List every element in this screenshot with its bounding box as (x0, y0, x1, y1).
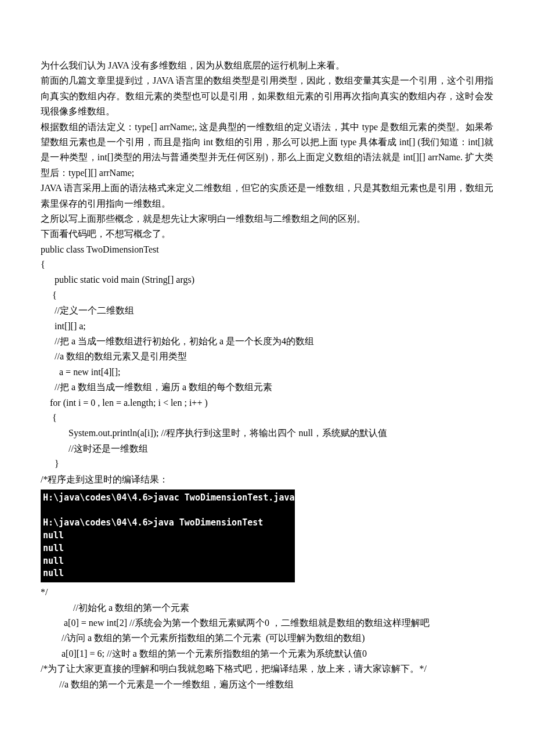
paragraph: 之所以写上面那些概念，就是想先让大家明白一维数组与二维数组之间的区别。 (41, 211, 493, 226)
code-line: System.out.println(a[i]); //程序执行到这里时，将输出… (41, 426, 493, 441)
code-line: public class TwoDimensionTest (41, 242, 493, 257)
code-line: //定义一个二维数组 (41, 303, 493, 318)
code-line: //初始化 a 数组的第一个元素 (41, 600, 493, 615)
paragraph: JAVA 语言采用上面的语法格式来定义二维数组，但它的实质还是一维数组，只是其数… (41, 181, 493, 211)
code-line: } (41, 456, 493, 471)
code-line: a[0][1] = 6; //这时 a 数组的第一个元素所指数组的第一个元素为系… (41, 646, 493, 661)
code-line: */ (41, 585, 493, 600)
code-line: { (41, 288, 493, 303)
code-line: /*程序走到这里时的编译结果： (41, 472, 493, 487)
code-line: /*为了让大家更直接的理解和明白我就忽略下格式吧，把编译结果，放上来，请大家谅解… (41, 661, 493, 676)
code-line: { (41, 411, 493, 426)
paragraph: 根据数组的语法定义：type[] arrName;, 这是典型的一维数组的定义语… (41, 120, 493, 181)
code-line: public static void main (String[] args) (41, 272, 493, 287)
code-line: //a 数组的数组元素又是引用类型 (41, 349, 493, 364)
paragraph: 为什么我们认为 JAVA 没有多维数组，因为从数组底层的运行机制上来看。 (41, 58, 493, 73)
code-line: int[][] a; (41, 319, 493, 334)
paragraph: 下面看代码吧，不想写概念了。 (41, 226, 493, 242)
terminal-output: H:\java\codes\04\4.6>javac TwoDimensionT… (41, 489, 295, 582)
code-line: for (int i = 0 , len = a.length; i < len… (41, 395, 493, 411)
code-line: //把 a 数组当成一维数组，遍历 a 数组的每个数组元素 (41, 380, 493, 395)
code-line: { (41, 257, 493, 272)
code-line: //这时还是一维数组 (41, 441, 493, 456)
paragraph: 前面的几篇文章里提到过，JAVA 语言里的数组类型是引用类型，因此，数组变量其实… (41, 73, 493, 119)
code-line: //把 a 当成一维数组进行初始化，初始化 a 是一个长度为4的数组 (41, 334, 493, 349)
code-line: //访问 a 数组的第一个元素所指数组的第二个元素 (可以理解为数组的数组) (41, 631, 493, 646)
code-line: //a 数组的第一个元素是一个一维数组，遍历这个一维数组 (41, 677, 493, 692)
code-line: a[0] = new int[2] //系统会为第一个数组元素赋两个0 ，二维数… (41, 615, 493, 631)
code-line: a = new int[4][]; (41, 365, 493, 380)
